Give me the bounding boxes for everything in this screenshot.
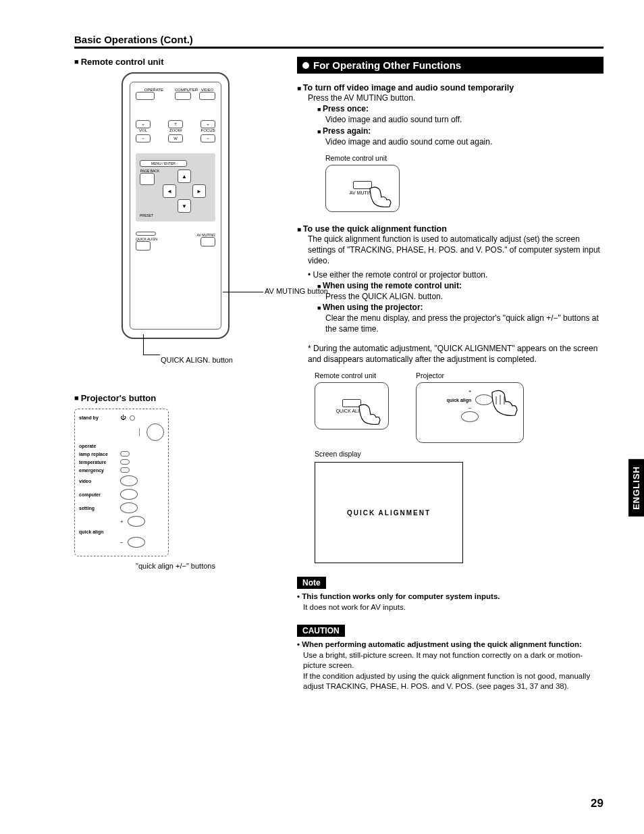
note-tag: Note [297, 577, 326, 589]
bullet-icon [302, 62, 309, 69]
proj-callout: "quick align +/−" buttons [74, 562, 277, 570]
dpad-up: ▲ [178, 170, 191, 183]
sec2-sub1: When using the remote control unit: [297, 280, 603, 291]
zoom-w: W [168, 134, 183, 142]
page-header: Basic Operations (Cont.) [74, 34, 603, 49]
sec2-body1: The quick alignment function is used to … [297, 234, 603, 267]
sec2-sub1-body: Press the QUICK ALIGN. button. [297, 291, 603, 302]
section-bar: For Operating Other Functions [297, 57, 603, 74]
callout-quick-align: QUICK ALIGN. button [161, 356, 233, 364]
caution-body1: Use a bright, still-picture screen. It m… [297, 650, 603, 671]
menu-enter-button: MENU / ENTER [140, 160, 187, 167]
label-vol: VOL [136, 128, 151, 132]
small-bar [136, 232, 156, 236]
projector-heading: Projector's button [74, 393, 277, 403]
note-line2: It does not work for AV inputs. [297, 603, 406, 611]
dpad-down: ▼ [178, 199, 191, 213]
projector-illustration: stand by⏻ operate lamp replace temperatu… [74, 409, 169, 556]
sec1-press-once: Press once: [297, 103, 603, 114]
page-back-button [140, 173, 155, 185]
video-button [199, 92, 215, 100]
zoom-t: T [168, 120, 183, 128]
av-muting-button [200, 237, 215, 246]
left-column: Remote control unit OPERATE COMPUTER [74, 57, 277, 704]
proj-quick-align: quick align [79, 529, 116, 534]
remote-heading: Remote control unit [74, 57, 277, 67]
hand-icon [487, 387, 520, 417]
proj-operate: operate [79, 444, 116, 448]
sec2-fig-proj-label: Projector [416, 371, 524, 380]
proj-standby: stand by [79, 415, 116, 420]
computer-button [175, 92, 191, 100]
screen-display-label: Screen display [315, 450, 603, 458]
label-preset: PRESET [140, 214, 211, 217]
hand-icon [356, 402, 383, 426]
focus-plus: + [200, 120, 215, 128]
label-focus: FOCUS [200, 128, 215, 132]
caution-body2: If the condition adjusted by using the q… [297, 671, 603, 692]
dpad-left: ◄ [163, 184, 176, 198]
sec2-star: * During the automatic adjustment, "QUIC… [297, 343, 603, 365]
sec2-sub2-body: Clear the menu display, and press the pr… [297, 313, 603, 334]
screen-display-box: QUICK ALIGNMENT [315, 462, 463, 563]
remote-illustration: OPERATE COMPUTER VIDEO [122, 72, 230, 339]
sec2-sub2: When using the projector: [297, 302, 603, 313]
dpad-right: ► [192, 184, 206, 198]
sec1-fig: AV MUTING [325, 165, 400, 212]
proj-computer: computer [79, 492, 116, 497]
sec1-line1: Press the AV MUTING button. [297, 93, 603, 103]
vol-minus: − [136, 134, 151, 142]
proj-emergency: emergency [79, 468, 116, 473]
operate-button [136, 92, 155, 100]
proj-setting: setting [79, 506, 116, 511]
callout-av-muting: AV MUTING button [265, 287, 328, 295]
caution-tag: CAUTION [297, 625, 345, 637]
caution-heading: When performing automatic adjustment usi… [297, 640, 603, 650]
page-number: 29 [591, 797, 603, 810]
bar-title: For Operating Other Functions [313, 59, 461, 71]
focus-minus: − [200, 134, 215, 142]
label-zoom: ZOOM [168, 128, 183, 132]
vol-plus: + [136, 120, 151, 128]
sec1-press-once-body: Video image and audio sound turn off. [297, 114, 603, 125]
proj-video: video [79, 479, 116, 484]
proj-lamp: lamp replace [79, 452, 116, 457]
right-column: For Operating Other Functions To turn of… [297, 57, 603, 704]
hand-icon [367, 185, 394, 209]
dpad-area: MENU / ENTER PAGE BACK ▲ ◄► ▼ [136, 153, 215, 221]
screen-text: QUICK ALIGNMENT [347, 509, 431, 517]
sec1-heading: To turn off video image and audio sound … [297, 83, 603, 93]
quick-align-button [136, 241, 151, 251]
sec1-fig-label: Remote control unit [325, 154, 603, 162]
sec2-fig-proj: + quick align − [416, 382, 524, 443]
sec2-fig-remote-label: Remote control unit [315, 371, 389, 380]
proj-temp: temperature [79, 460, 116, 465]
sec2-heading: To use the quick alignment function [297, 224, 603, 234]
proj-power-button [146, 423, 164, 441]
sec2-bullet1: Use either the remote control or project… [297, 269, 603, 280]
sec1-press-again: Press again: [297, 126, 603, 136]
sec2-fig-proj-label-text: quick align [447, 398, 472, 402]
note-line1: This function works only for computer sy… [297, 592, 500, 600]
language-tab: ENGLISH [628, 459, 644, 517]
sec1-press-again-body: Video image and audio sound come out aga… [297, 136, 603, 147]
sec2-fig-remote: QUICK ALIGN. [315, 382, 389, 429]
